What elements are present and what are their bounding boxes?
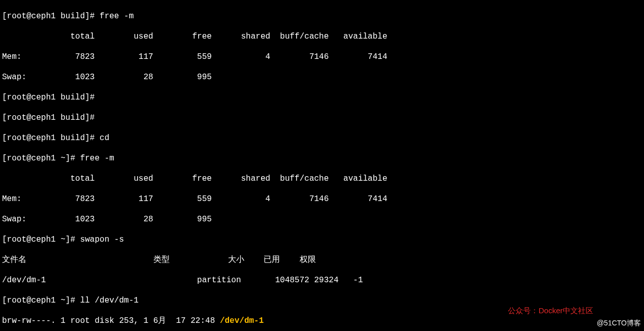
command-text: swapon -s <box>80 235 124 244</box>
free-mem-row: Mem: 7823 117 559 4 7146 7414 <box>2 52 642 62</box>
free-header: total used free shared buff/cache availa… <box>2 31 642 42</box>
free-header: total used free shared buff/cache availa… <box>2 174 642 184</box>
free-swap-row: Swap: 1023 28 995 <box>2 214 642 224</box>
prompt: [root@ceph1 ~]# <box>2 154 80 163</box>
device-path: /dev/dm-1 <box>220 316 264 325</box>
prompt: [root@ceph1 ~]# <box>2 235 80 244</box>
prompt: [root@ceph1 build]# <box>2 12 100 21</box>
free-swap-row: Swap: 1023 28 995 <box>2 72 642 82</box>
command-text: free -m <box>100 12 134 21</box>
prompt: [root@ceph1 build]# <box>2 134 100 143</box>
command-text: cd <box>100 134 109 143</box>
watermark-wechat: 公众号：Docker中文社区 <box>508 306 593 316</box>
command-text: free -m <box>80 154 114 163</box>
prompt: [root@ceph1 build]# <box>2 113 100 122</box>
prompt: [root@ceph1 ~]# <box>2 296 80 305</box>
prompt: [root@ceph1 build]# <box>2 93 100 102</box>
command-text: ll /dev/dm-1 <box>80 296 139 305</box>
terminal-output[interactable]: [root@ceph1 build]# free -m total used f… <box>0 0 644 331</box>
ll-output: brw-rw----. 1 root disk 253, 1 6月 17 22:… <box>2 316 642 326</box>
free-mem-row: Mem: 7823 117 559 4 7146 7414 <box>2 194 642 204</box>
swapon-row: /dev/dm-1 partition 1048572 29324 -1 <box>2 275 642 285</box>
swapon-header: 文件名 类型 大小 已用 权限 <box>2 255 642 265</box>
watermark-blog: @51CTO博客 <box>597 318 641 328</box>
